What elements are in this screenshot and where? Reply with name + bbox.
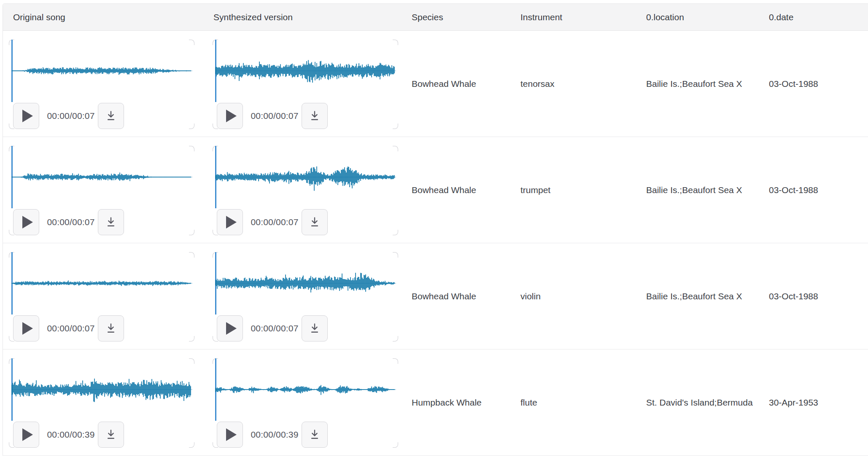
play-button[interactable] bbox=[13, 315, 39, 341]
time-display: 00:00/00:07 bbox=[46, 217, 96, 227]
audio-controls: 00:00/00:39 bbox=[213, 422, 398, 448]
audio-controls: 00:00/00:07 bbox=[213, 103, 398, 129]
audio-player: 00:00/00:07 bbox=[9, 252, 194, 341]
synthesized-version-cell: 00:00/00:07 bbox=[203, 137, 402, 243]
play-button[interactable] bbox=[217, 422, 243, 448]
time-display: 00:00/00:07 bbox=[46, 111, 96, 121]
synthesized-version-cell: 00:00/00:07 bbox=[203, 243, 402, 349]
original-song-cell: 00:00/00:07 bbox=[3, 31, 203, 137]
waveform[interactable] bbox=[213, 252, 398, 315]
cell-instrument: flute bbox=[510, 349, 636, 455]
cell-location: Bailie Is.;Beaufort Sea X bbox=[636, 243, 759, 349]
download-button[interactable] bbox=[302, 315, 328, 341]
waveform[interactable] bbox=[213, 358, 398, 421]
cell-species: Humpback Whale bbox=[402, 349, 510, 455]
audio-player: 00:00/00:07 bbox=[213, 146, 398, 235]
synthesized-version-cell: 00:00/00:39 bbox=[203, 349, 402, 455]
play-button[interactable] bbox=[13, 422, 39, 448]
table-row: 00:00/00:07 bbox=[3, 31, 868, 137]
cell-instrument: trumpet bbox=[510, 137, 636, 243]
audio-controls: 00:00/00:07 bbox=[213, 315, 398, 341]
column-header-date: 0.date bbox=[759, 4, 868, 30]
audio-player: 00:00/00:07 bbox=[213, 252, 398, 341]
column-header-species: Species bbox=[402, 4, 510, 30]
download-button[interactable] bbox=[98, 315, 124, 341]
waveform[interactable] bbox=[213, 146, 398, 208]
waveform[interactable] bbox=[9, 40, 194, 102]
audio-player: 00:00/00:07 bbox=[9, 146, 194, 235]
cell-location: Bailie Is.;Beaufort Sea X bbox=[636, 31, 759, 137]
cell-date: 03-Oct-1988 bbox=[759, 243, 868, 349]
time-display: 00:00/00:07 bbox=[250, 323, 299, 333]
audio-player: 00:00/00:39 bbox=[9, 358, 194, 448]
play-icon bbox=[22, 110, 33, 122]
download-button[interactable] bbox=[98, 422, 124, 448]
cell-instrument: violin bbox=[510, 243, 636, 349]
table-row: 00:00/00:07 bbox=[3, 137, 868, 243]
table-header-row: Original song Synthesized version Specie… bbox=[3, 4, 868, 31]
download-button[interactable] bbox=[302, 422, 328, 448]
cell-location: St. David's Island;Bermuda bbox=[636, 349, 759, 455]
download-button[interactable] bbox=[98, 209, 124, 235]
download-icon bbox=[308, 110, 321, 122]
cell-date: 03-Oct-1988 bbox=[759, 31, 868, 137]
cell-species: Bowhead Whale bbox=[402, 137, 510, 243]
audio-controls: 00:00/00:07 bbox=[213, 209, 398, 235]
original-song-cell: 00:00/00:39 bbox=[3, 349, 203, 455]
download-button[interactable] bbox=[98, 103, 124, 129]
audio-player: 00:00/00:39 bbox=[213, 358, 398, 448]
play-icon bbox=[226, 428, 237, 441]
download-icon bbox=[105, 322, 117, 335]
synthesized-version-cell: 00:00/00:07 bbox=[203, 31, 402, 137]
download-icon bbox=[105, 110, 117, 122]
play-icon bbox=[226, 110, 237, 122]
column-header-original-song: Original song bbox=[3, 4, 203, 30]
audio-controls: 00:00/00:07 bbox=[9, 209, 194, 235]
cell-location: Bailie Is.;Beaufort Sea X bbox=[636, 137, 759, 243]
original-song-cell: 00:00/00:07 bbox=[3, 243, 203, 349]
time-display: 00:00/00:07 bbox=[46, 323, 96, 333]
play-icon bbox=[226, 322, 237, 335]
column-header-instrument: Instrument bbox=[510, 4, 636, 30]
play-button[interactable] bbox=[13, 209, 39, 235]
table-row: 00:00/00:39 bbox=[3, 349, 868, 456]
play-icon bbox=[22, 428, 33, 441]
audio-controls: 00:00/00:39 bbox=[9, 422, 194, 448]
cell-instrument: tenorsax bbox=[510, 31, 636, 137]
download-button[interactable] bbox=[302, 103, 328, 129]
audio-controls: 00:00/00:07 bbox=[9, 315, 194, 341]
table-row: 00:00/00:07 bbox=[3, 243, 868, 349]
download-icon bbox=[308, 428, 321, 441]
time-display: 00:00/00:39 bbox=[250, 430, 299, 440]
download-icon bbox=[308, 216, 321, 228]
play-button[interactable] bbox=[217, 315, 243, 341]
audio-player: 00:00/00:07 bbox=[213, 40, 398, 129]
time-display: 00:00/00:39 bbox=[46, 430, 96, 440]
waveform[interactable] bbox=[213, 40, 398, 102]
play-button[interactable] bbox=[217, 103, 243, 129]
play-icon bbox=[22, 322, 33, 335]
audio-controls: 00:00/00:07 bbox=[9, 103, 194, 129]
play-icon bbox=[22, 216, 33, 228]
cell-species: Bowhead Whale bbox=[402, 31, 510, 137]
cell-species: Bowhead Whale bbox=[402, 243, 510, 349]
waveform[interactable] bbox=[9, 358, 194, 421]
waveform[interactable] bbox=[9, 146, 194, 208]
waveform[interactable] bbox=[9, 252, 194, 315]
audio-player: 00:00/00:07 bbox=[9, 40, 194, 129]
cell-date: 30-Apr-1953 bbox=[759, 349, 868, 455]
column-header-synthesized-version: Synthesized version bbox=[203, 4, 402, 30]
download-icon bbox=[308, 322, 321, 335]
original-song-cell: 00:00/00:07 bbox=[3, 137, 203, 243]
play-icon bbox=[226, 216, 237, 228]
column-header-location: 0.location bbox=[636, 4, 759, 30]
download-icon bbox=[105, 428, 117, 441]
play-button[interactable] bbox=[13, 103, 39, 129]
cell-date: 03-Oct-1988 bbox=[759, 137, 868, 243]
download-icon bbox=[105, 216, 117, 228]
time-display: 00:00/00:07 bbox=[250, 217, 299, 227]
download-button[interactable] bbox=[302, 209, 328, 235]
results-table: Original song Synthesized version Specie… bbox=[3, 3, 868, 456]
play-button[interactable] bbox=[217, 209, 243, 235]
time-display: 00:00/00:07 bbox=[250, 111, 299, 121]
